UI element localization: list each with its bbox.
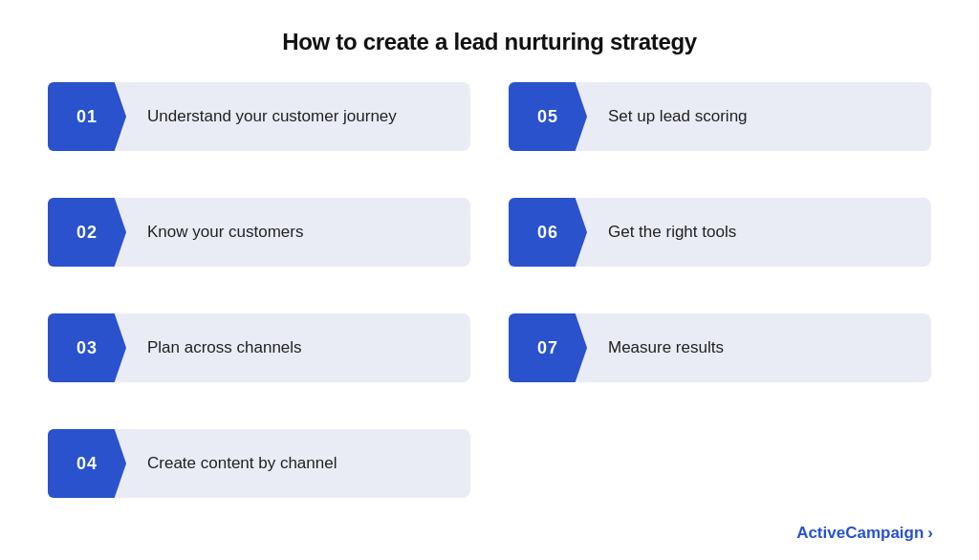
badge-wrap: 04 — [48, 429, 126, 498]
items-grid: 01 Understand your customer journey 05 S… — [48, 82, 931, 531]
item-label: Understand your customer journey — [126, 106, 408, 127]
branding: ActiveCampaign › — [796, 524, 933, 543]
list-item: 03 Plan across channels — [48, 313, 470, 382]
item-number-badge: 07 — [509, 313, 587, 382]
item-number-badge: 05 — [509, 82, 587, 151]
page-title: How to create a lead nurturing strategy — [48, 29, 931, 55]
item-label: Create content by channel — [126, 453, 348, 474]
item-label: Get the right tools — [587, 222, 748, 243]
item-number-badge: 03 — [48, 313, 126, 382]
item-number-badge: 04 — [48, 429, 126, 498]
item-number-badge: 01 — [48, 82, 126, 151]
item-label: Know your customers — [126, 222, 315, 243]
list-item: 05 Set up lead scoring — [509, 82, 931, 151]
list-item: 04 Create content by channel — [48, 429, 470, 498]
item-label: Plan across channels — [126, 337, 314, 358]
page-container: How to create a lead nurturing strategy … — [0, 0, 979, 560]
item-number-badge: 06 — [509, 198, 587, 267]
brand-name: ActiveCampaign — [796, 524, 924, 543]
badge-wrap: 07 — [509, 313, 587, 382]
badge-wrap: 05 — [509, 82, 587, 151]
item-number-badge: 02 — [48, 198, 126, 267]
badge-wrap: 01 — [48, 82, 126, 151]
item-label: Measure results — [587, 337, 735, 358]
list-item: 06 Get the right tools — [509, 198, 931, 267]
list-item: 02 Know your customers — [48, 198, 470, 267]
badge-wrap: 02 — [48, 198, 126, 267]
list-item: 07 Measure results — [509, 313, 931, 382]
badge-wrap: 06 — [509, 198, 587, 267]
list-item: 01 Understand your customer journey — [48, 82, 470, 151]
item-label: Set up lead scoring — [587, 106, 759, 127]
badge-wrap: 03 — [48, 313, 126, 382]
brand-arrow-icon: › — [927, 524, 933, 543]
